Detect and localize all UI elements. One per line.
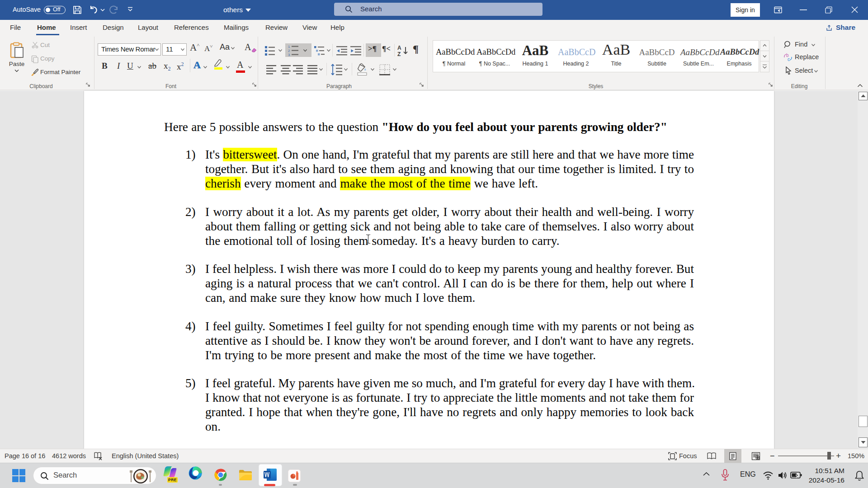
svg-text:2: 2 [288, 49, 290, 53]
svg-text:1: 1 [288, 45, 290, 49]
svg-text:A: A [397, 45, 401, 51]
svg-text:3: 3 [288, 53, 290, 56]
svg-text:c: c [788, 57, 790, 62]
svg-text:Z: Z [397, 51, 401, 57]
